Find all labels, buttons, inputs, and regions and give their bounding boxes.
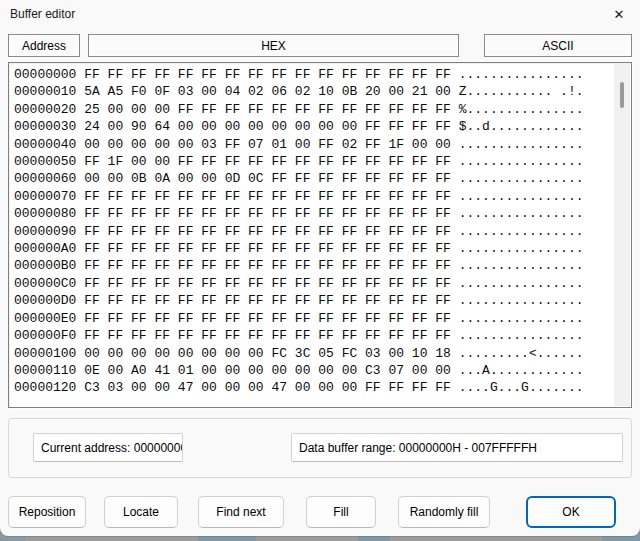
hex-row[interactable]: 00000030 24 00 90 64 00 00 00 00 00 00 0…	[14, 118, 584, 135]
hex-row[interactable]: 00000050 FF 1F 00 00 FF FF FF FF FF FF F…	[14, 153, 584, 170]
randomly-fill-button[interactable]: Randomly fill	[398, 496, 490, 528]
hex-row[interactable]: 00000070 FF FF FF FF FF FF FF FF FF FF F…	[14, 188, 584, 205]
column-header-address-label: Address	[22, 39, 66, 53]
status-panel: Current address: 00000000H Data buffer r…	[8, 418, 632, 478]
buffer-range-field: Data buffer range: 00000000H - 007FFFFFH	[291, 433, 623, 462]
hex-dump-lines: 00000000 FF FF FF FF FF FF FF FF FF FF F…	[14, 66, 584, 397]
hex-row[interactable]: 00000100 00 00 00 00 00 00 00 00 FC 3C 0…	[14, 345, 584, 362]
buffer-editor-dialog: Buffer editor ✕ Address HEX ASCII 000000…	[0, 0, 640, 536]
hex-row[interactable]: 00000090 FF FF FF FF FF FF FF FF FF FF F…	[14, 223, 584, 240]
hex-row[interactable]: 000000F0 FF FF FF FF FF FF FF FF FF FF F…	[14, 327, 584, 344]
column-header-hex-label: HEX	[261, 39, 286, 53]
hex-dump-view[interactable]: 00000000 FF FF FF FF FF FF FF FF FF FF F…	[8, 62, 632, 408]
buffer-range-text: Data buffer range: 00000000H - 007FFFFFH	[299, 441, 537, 455]
column-header-ascii-label: ASCII	[542, 39, 573, 53]
hex-row[interactable]: 00000000 FF FF FF FF FF FF FF FF FF FF F…	[14, 66, 584, 83]
hex-row[interactable]: 000000D0 FF FF FF FF FF FF FF FF FF FF F…	[14, 292, 584, 309]
vertical-scrollbar[interactable]	[614, 64, 630, 406]
current-address-text: Current address: 00000000H	[41, 441, 183, 455]
column-header-hex[interactable]: HEX	[88, 34, 459, 57]
hex-row[interactable]: 00000040 00 00 00 00 00 03 FF 07 01 00 F…	[14, 136, 584, 153]
hex-row[interactable]: 000000A0 FF FF FF FF FF FF FF FF FF FF F…	[14, 240, 584, 257]
find-next-button[interactable]: Find next	[198, 496, 284, 528]
column-header-ascii[interactable]: ASCII	[484, 34, 632, 57]
fill-button[interactable]: Fill	[306, 496, 376, 528]
current-address-field: Current address: 00000000H	[33, 433, 183, 462]
hex-row[interactable]: 00000110 0E 00 A0 41 01 00 00 00 00 00 0…	[14, 362, 584, 379]
hex-row[interactable]: 000000C0 FF FF FF FF FF FF FF FF FF FF F…	[14, 275, 584, 292]
hex-row[interactable]: 00000060 00 00 0B 0A 00 00 0D 0C FF FF F…	[14, 170, 584, 187]
close-button[interactable]: ✕	[598, 0, 640, 29]
hex-row[interactable]: 000000E0 FF FF FF FF FF FF FF FF FF FF F…	[14, 310, 584, 327]
hex-row[interactable]: 000000B0 FF FF FF FF FF FF FF FF FF FF F…	[14, 257, 584, 274]
hex-row[interactable]: 00000010 5A A5 F0 0F 03 00 04 02 06 02 1…	[14, 83, 584, 100]
column-header-address[interactable]: Address	[8, 34, 80, 57]
title-bar[interactable]: Buffer editor ✕	[0, 0, 640, 30]
scrollbar-thumb[interactable]	[620, 82, 624, 108]
reposition-button[interactable]: Reposition	[8, 496, 86, 528]
close-icon: ✕	[614, 7, 625, 22]
hex-row[interactable]: 00000120 C3 03 00 00 47 00 00 00 47 00 0…	[14, 379, 584, 396]
hex-row[interactable]: 00000020 25 00 00 00 FF FF FF FF FF FF F…	[14, 101, 584, 118]
hex-row[interactable]: 00000080 FF FF FF FF FF FF FF FF FF FF F…	[14, 205, 584, 222]
locate-button[interactable]: Locate	[104, 496, 178, 528]
window-title: Buffer editor	[10, 7, 75, 21]
ok-button[interactable]: OK	[526, 496, 616, 528]
